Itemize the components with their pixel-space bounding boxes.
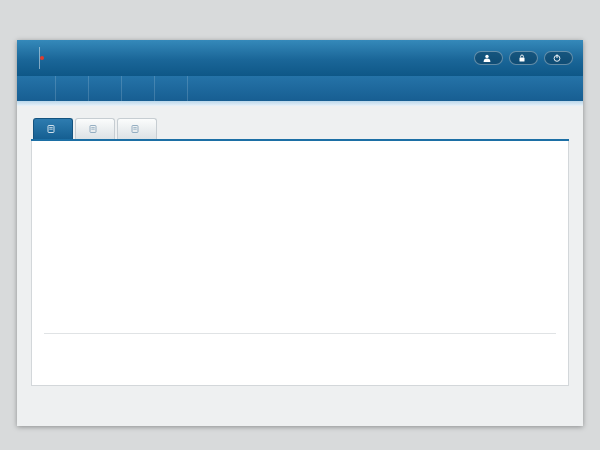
filter-last-month[interactable] bbox=[544, 149, 554, 155]
line-chart bbox=[46, 185, 496, 355]
change-password-button[interactable] bbox=[509, 51, 538, 65]
nav-item-home[interactable] bbox=[23, 76, 56, 101]
filter-last-week[interactable] bbox=[520, 149, 530, 155]
chart-panel bbox=[31, 141, 569, 386]
tab-sync-monitor-2[interactable] bbox=[117, 118, 157, 139]
nav-item-data-change[interactable] bbox=[155, 76, 188, 101]
monitor-icon bbox=[89, 124, 97, 135]
tab-bar bbox=[33, 118, 569, 139]
monitor-icon bbox=[131, 124, 139, 135]
logo-accent-dot-icon bbox=[40, 56, 44, 60]
nav-item-system-mgmt[interactable] bbox=[89, 76, 122, 101]
main-nav bbox=[17, 76, 583, 101]
app-window bbox=[17, 40, 583, 426]
dot-icon bbox=[544, 149, 550, 155]
header-actions bbox=[474, 51, 573, 65]
nav-item-connect-mgmt[interactable] bbox=[122, 76, 155, 101]
time-filter-legend bbox=[496, 149, 554, 155]
document-icon bbox=[47, 124, 55, 135]
content-area bbox=[17, 106, 583, 426]
logout-button[interactable] bbox=[544, 51, 573, 65]
dot-icon bbox=[496, 149, 502, 155]
footer-note bbox=[44, 333, 556, 385]
lock-icon bbox=[518, 54, 526, 62]
user-icon bbox=[483, 54, 491, 62]
dot-icon bbox=[520, 149, 526, 155]
series-legend bbox=[494, 225, 517, 247]
nav-item-standard-mgmt[interactable] bbox=[56, 76, 89, 101]
header bbox=[17, 40, 583, 76]
tab-system-intro[interactable] bbox=[33, 118, 73, 139]
logout-icon bbox=[553, 54, 561, 62]
user-button[interactable] bbox=[474, 51, 503, 65]
filter-today[interactable] bbox=[496, 149, 506, 155]
tab-sync-monitor-1[interactable] bbox=[75, 118, 115, 139]
